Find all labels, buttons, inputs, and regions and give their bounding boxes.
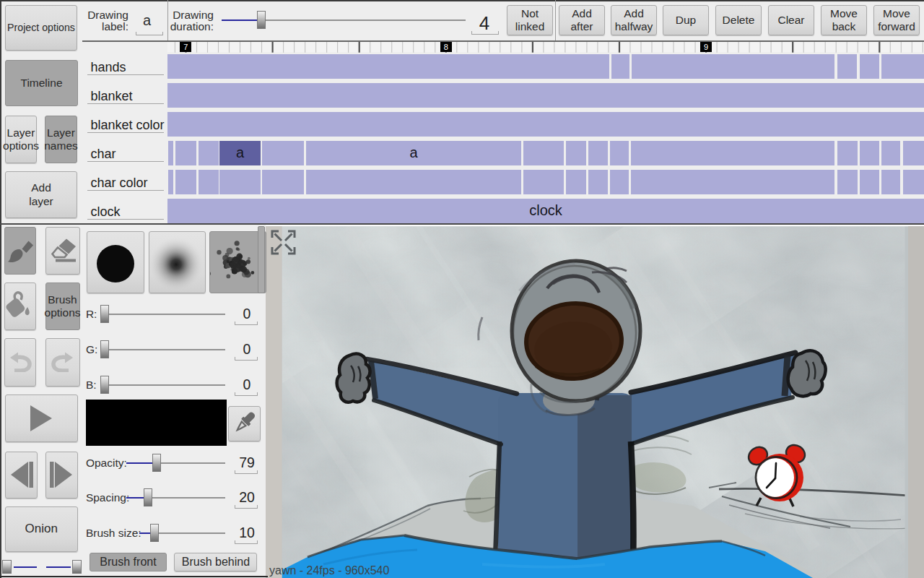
svg-text:yawn - 24fps - 960x540: yawn - 24fps - 960x540 [269, 564, 389, 577]
